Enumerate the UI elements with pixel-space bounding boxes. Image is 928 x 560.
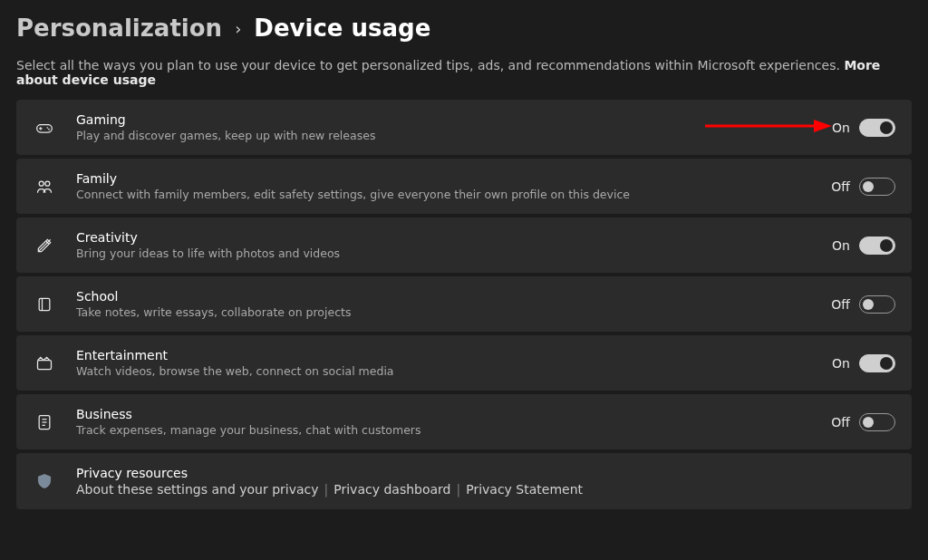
family-icon: [29, 178, 60, 196]
entertainment-toggle[interactable]: [859, 354, 895, 372]
svg-rect-9: [39, 298, 50, 310]
gaming-title: Gaming: [76, 112, 816, 127]
creativity-icon: [29, 237, 60, 255]
privacy-title: Privacy resources: [76, 466, 895, 480]
setting-row-creativity: Creativity Bring your ideas to life with…: [16, 217, 912, 273]
entertainment-toggle-label: On: [832, 356, 850, 371]
svg-rect-11: [38, 360, 52, 369]
entertainment-icon: [29, 354, 60, 372]
privacy-resources-card: Privacy resources About these settings a…: [16, 453, 912, 509]
gaming-toggle-label: On: [832, 121, 850, 135]
shield-icon: [29, 472, 60, 490]
setting-row-entertainment: Entertainment Watch videos, browse the w…: [16, 335, 912, 391]
svg-point-4: [48, 128, 50, 130]
page-title: Device usage: [254, 14, 430, 42]
family-desc: Connect with family members, edit safety…: [76, 188, 815, 201]
creativity-desc: Bring your ideas to life with photos and…: [76, 246, 816, 260]
school-desc: Take notes, write essays, collaborate on…: [76, 305, 815, 319]
family-toggle[interactable]: [859, 178, 895, 196]
school-icon: [29, 295, 60, 314]
privacy-statement-link[interactable]: Privacy Statement: [466, 482, 583, 497]
entertainment-desc: Watch videos, browse the web, connect on…: [76, 364, 816, 378]
breadcrumb: Personalization › Device usage: [16, 14, 912, 42]
business-title: Business: [76, 407, 815, 421]
business-toggle-label: Off: [831, 415, 850, 430]
business-desc: Track expenses, manage your business, ch…: [76, 423, 815, 437]
svg-point-3: [47, 127, 49, 129]
gaming-icon: [29, 119, 60, 137]
gaming-toggle[interactable]: [859, 119, 895, 137]
setting-row-business: Business Track expenses, manage your bus…: [16, 394, 912, 449]
breadcrumb-parent[interactable]: Personalization: [16, 14, 222, 42]
subtitle: Select all the ways you plan to use your…: [16, 58, 912, 87]
creativity-toggle-label: On: [832, 238, 850, 253]
setting-row-school: School Take notes, write essays, collabo…: [16, 276, 912, 332]
privacy-about-link[interactable]: About these settings and your privacy: [76, 482, 319, 497]
chevron-right-icon: ›: [235, 19, 241, 38]
business-toggle[interactable]: [859, 413, 895, 431]
creativity-toggle[interactable]: [859, 237, 895, 255]
privacy-links: About these settings and your privacy|Pr…: [76, 482, 895, 497]
svg-marker-6: [814, 120, 832, 132]
school-toggle[interactable]: [859, 295, 895, 314]
family-title: Family: [76, 171, 815, 186]
privacy-dashboard-link[interactable]: Privacy dashboard: [334, 482, 450, 497]
setting-row-family: Family Connect with family members, edit…: [16, 159, 912, 214]
creativity-title: Creativity: [76, 230, 816, 245]
entertainment-title: Entertainment: [76, 348, 816, 362]
svg-point-8: [45, 181, 50, 186]
school-toggle-label: Off: [831, 297, 850, 312]
setting-row-gaming: Gaming Play and discover games, keep up …: [16, 100, 912, 155]
gaming-desc: Play and discover games, keep up with ne…: [76, 129, 816, 142]
school-title: School: [76, 289, 815, 304]
subtitle-text: Select all the ways you plan to use your…: [16, 58, 844, 72]
svg-point-7: [39, 181, 44, 186]
business-icon: [29, 413, 60, 431]
family-toggle-label: Off: [831, 179, 850, 194]
